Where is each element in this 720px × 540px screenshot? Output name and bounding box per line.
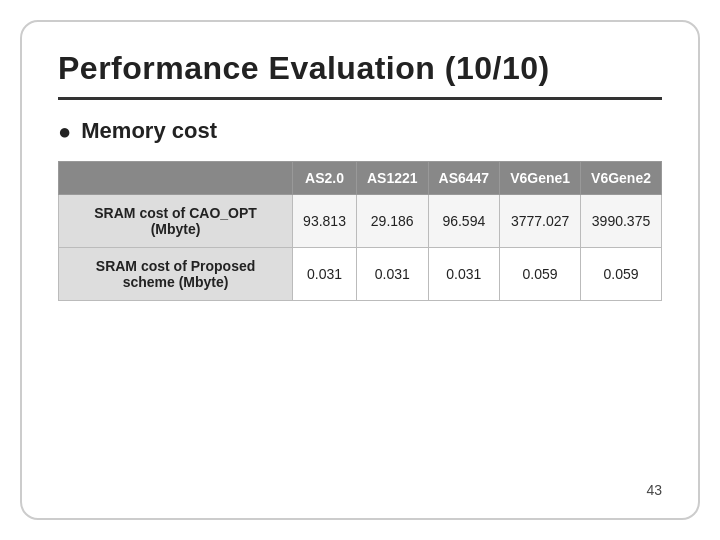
row-1-col-2: 0.031 [356,248,428,301]
page-number: 43 [58,482,662,498]
header-col-0 [59,162,293,195]
table-row: SRAM cost of CAO_OPT (Mbyte)93.81329.186… [59,195,662,248]
table-header-row: AS2.0 AS1221 AS6447 V6Gene1 V6Gene2 [59,162,662,195]
table-row: SRAM cost of Proposed scheme (Mbyte)0.03… [59,248,662,301]
header-col-5: V6Gene2 [581,162,662,195]
row-1-col-4: 0.059 [500,248,581,301]
row-0-col-5: 3990.375 [581,195,662,248]
bullet-dot: ● [58,119,71,145]
row-0-col-4: 3777.027 [500,195,581,248]
slide-title: Performance Evaluation (10/10) [58,50,662,87]
row-0-col-2: 29.186 [356,195,428,248]
table-container: AS2.0 AS1221 AS6447 V6Gene1 V6Gene2 SRAM… [58,161,662,472]
header-col-1: AS2.0 [293,162,357,195]
divider [58,97,662,100]
row-1-col-3: 0.031 [428,248,500,301]
row-label: SRAM cost of Proposed scheme (Mbyte) [59,248,293,301]
bullet-section: ● Memory cost [58,118,662,145]
row-label: SRAM cost of CAO_OPT (Mbyte) [59,195,293,248]
slide: Performance Evaluation (10/10) ● Memory … [20,20,700,520]
row-0-col-3: 96.594 [428,195,500,248]
header-col-3: AS6447 [428,162,500,195]
header-col-2: AS1221 [356,162,428,195]
row-0-col-1: 93.813 [293,195,357,248]
data-table: AS2.0 AS1221 AS6447 V6Gene1 V6Gene2 SRAM… [58,161,662,301]
row-1-col-5: 0.059 [581,248,662,301]
bullet-text: Memory cost [81,118,217,144]
row-1-col-1: 0.031 [293,248,357,301]
header-col-4: V6Gene1 [500,162,581,195]
